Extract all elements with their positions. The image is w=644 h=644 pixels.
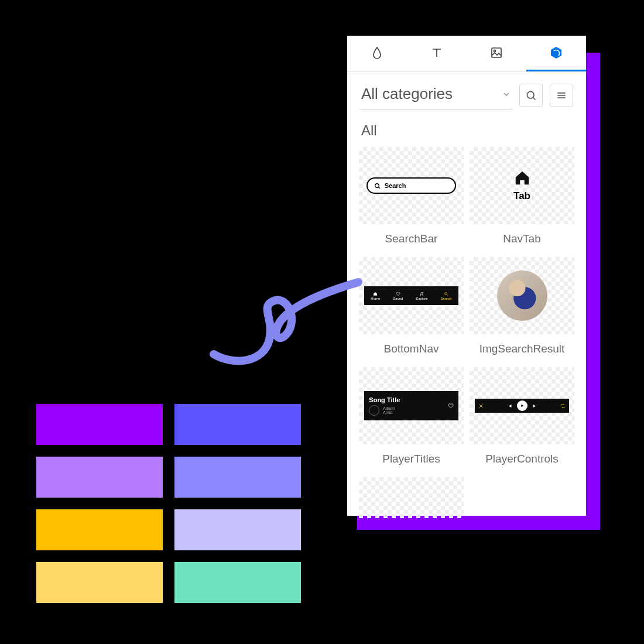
- card-searchbar[interactable]: Search SearchBar: [359, 147, 464, 251]
- list-view-button[interactable]: [550, 84, 573, 107]
- avatar-preview: [497, 270, 547, 321]
- card-imgsearchresult[interactable]: ImgSearchResult: [470, 257, 574, 361]
- thumb-imgsearchresult: [470, 257, 574, 334]
- shuffle-icon: [478, 403, 484, 409]
- drop-icon: [370, 46, 384, 60]
- navtab-preview: Tab: [513, 169, 531, 202]
- category-dropdown[interactable]: All categories: [360, 81, 512, 109]
- playercontrols-preview: [475, 399, 568, 413]
- search-icon: [525, 90, 537, 101]
- tab-colors[interactable]: [347, 36, 407, 71]
- svg-point-4: [527, 91, 534, 98]
- prev-icon: [507, 403, 512, 409]
- pt-album: Album: [383, 406, 395, 410]
- filters-row: All categories: [347, 72, 586, 115]
- favorite-icon: [448, 400, 454, 411]
- playertitles-preview: Song Title Album Artist: [364, 391, 458, 420]
- components-panel: All categories All Search: [347, 36, 586, 516]
- card-empty: [359, 477, 464, 518]
- card-label: ImgSearchResult: [470, 334, 574, 361]
- card-playercontrols[interactable]: PlayerControls: [470, 367, 574, 471]
- swatch-0[interactable]: [36, 404, 163, 445]
- card-label: NavTab: [470, 224, 574, 251]
- swatch-5[interactable]: [174, 509, 301, 550]
- repeat-icon: [560, 403, 566, 409]
- thumb-searchbar: Search: [359, 147, 464, 224]
- next-icon: [532, 403, 537, 409]
- play-button: [517, 400, 527, 411]
- type-icon: [430, 46, 444, 60]
- color-palette: [36, 404, 301, 603]
- swatch-4[interactable]: [36, 509, 163, 550]
- svg-point-6: [420, 294, 421, 295]
- swatch-1[interactable]: [174, 404, 301, 445]
- tab-typography[interactable]: [407, 36, 467, 71]
- thumb-empty: [359, 477, 464, 518]
- swatch-7[interactable]: [174, 562, 301, 603]
- play-icon: [520, 403, 525, 408]
- search-icon: [374, 182, 381, 190]
- swatch-3[interactable]: [174, 457, 301, 498]
- thumb-playercontrols: [470, 367, 574, 444]
- section-title: All: [347, 115, 586, 147]
- image-icon: [489, 46, 503, 60]
- components-grid: Search SearchBar Tab NavTab: [347, 147, 586, 518]
- searchbar-preview: Search: [366, 177, 457, 194]
- svg-rect-0: [492, 48, 501, 57]
- home-icon: [513, 169, 531, 187]
- category-label: All categories: [361, 85, 453, 103]
- thumb-playertitles: Song Title Album Artist: [359, 367, 464, 444]
- album-art-placeholder: [369, 405, 379, 416]
- pt-song: Song Title: [369, 396, 400, 403]
- bn-search: Search: [441, 292, 452, 300]
- card-playertitles[interactable]: Song Title Album Artist Playe: [359, 367, 464, 471]
- svg-point-1: [494, 50, 495, 52]
- swatch-6[interactable]: [36, 562, 163, 603]
- card-navtab[interactable]: Tab NavTab: [470, 147, 574, 251]
- bn-explore: Explore: [416, 292, 427, 300]
- heart-icon: [396, 292, 400, 296]
- svg-point-7: [422, 294, 423, 294]
- pt-artist: Artist: [383, 410, 395, 415]
- chevron-down-icon: [502, 90, 511, 99]
- svg-marker-2: [551, 47, 561, 59]
- thumb-navtab: Tab: [470, 147, 574, 224]
- list-icon: [556, 90, 567, 101]
- tab-components[interactable]: [526, 36, 586, 71]
- navtab-label: Tab: [513, 190, 531, 202]
- svg-point-8: [445, 292, 447, 294]
- panel-tab-bar: [347, 36, 586, 72]
- svg-point-5: [375, 183, 379, 187]
- swatch-2[interactable]: [36, 457, 163, 498]
- card-bottomnav[interactable]: Home Saved Explore Search: [359, 257, 464, 361]
- search-icon: [444, 292, 448, 296]
- components-icon: [549, 46, 563, 60]
- card-label: BottomNav: [359, 334, 464, 361]
- home-icon: [373, 292, 378, 296]
- bn-saved: Saved: [393, 292, 403, 300]
- bn-home: Home: [371, 292, 380, 300]
- card-label: PlayerTitles: [359, 444, 464, 471]
- bottomnav-preview: Home Saved Explore Search: [364, 286, 458, 305]
- music-icon: [419, 292, 424, 296]
- squiggle-decoration: [205, 275, 369, 375]
- thumb-bottomnav: Home Saved Explore Search: [359, 257, 464, 334]
- search-button[interactable]: [519, 84, 543, 107]
- card-label: PlayerControls: [470, 444, 574, 471]
- card-label: SearchBar: [359, 224, 464, 251]
- searchbar-placeholder: Search: [385, 182, 406, 189]
- tab-images[interactable]: [467, 36, 526, 71]
